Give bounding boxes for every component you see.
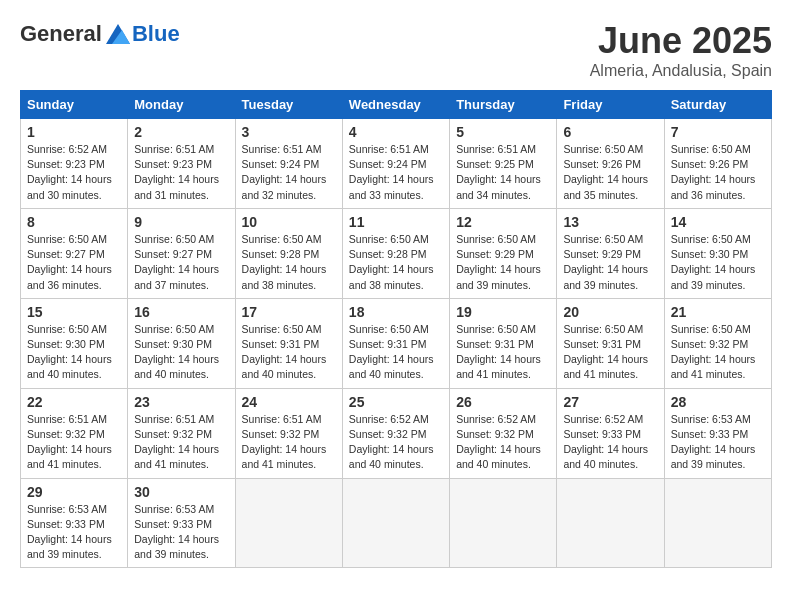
week-row-3: 15Sunrise: 6:50 AMSunset: 9:30 PMDayligh… [21,298,772,388]
week-row-4: 22Sunrise: 6:51 AMSunset: 9:32 PMDayligh… [21,388,772,478]
day-info: Sunrise: 6:50 AMSunset: 9:28 PMDaylight:… [242,232,336,293]
day-number: 6 [563,124,657,140]
calendar-cell: 24Sunrise: 6:51 AMSunset: 9:32 PMDayligh… [235,388,342,478]
day-number: 29 [27,484,121,500]
day-info: Sunrise: 6:51 AMSunset: 9:24 PMDaylight:… [242,142,336,203]
day-number: 28 [671,394,765,410]
day-number: 15 [27,304,121,320]
day-number: 25 [349,394,443,410]
day-info: Sunrise: 6:52 AMSunset: 9:32 PMDaylight:… [456,412,550,473]
logo: General Blue [20,20,180,48]
day-number: 20 [563,304,657,320]
calendar-cell: 15Sunrise: 6:50 AMSunset: 9:30 PMDayligh… [21,298,128,388]
calendar-cell: 9Sunrise: 6:50 AMSunset: 9:27 PMDaylight… [128,208,235,298]
day-info: Sunrise: 6:50 AMSunset: 9:26 PMDaylight:… [563,142,657,203]
calendar-cell: 23Sunrise: 6:51 AMSunset: 9:32 PMDayligh… [128,388,235,478]
day-number: 24 [242,394,336,410]
day-info: Sunrise: 6:50 AMSunset: 9:26 PMDaylight:… [671,142,765,203]
day-number: 10 [242,214,336,230]
day-number: 22 [27,394,121,410]
calendar-cell: 28Sunrise: 6:53 AMSunset: 9:33 PMDayligh… [664,388,771,478]
week-row-1: 1Sunrise: 6:52 AMSunset: 9:23 PMDaylight… [21,119,772,209]
weekday-header-row: SundayMondayTuesdayWednesdayThursdayFrid… [21,91,772,119]
calendar-cell: 30Sunrise: 6:53 AMSunset: 9:33 PMDayligh… [128,478,235,568]
calendar-cell: 14Sunrise: 6:50 AMSunset: 9:30 PMDayligh… [664,208,771,298]
weekday-header-saturday: Saturday [664,91,771,119]
calendar-cell: 3Sunrise: 6:51 AMSunset: 9:24 PMDaylight… [235,119,342,209]
day-number: 11 [349,214,443,230]
calendar-cell: 12Sunrise: 6:50 AMSunset: 9:29 PMDayligh… [450,208,557,298]
day-info: Sunrise: 6:53 AMSunset: 9:33 PMDaylight:… [134,502,228,563]
day-info: Sunrise: 6:50 AMSunset: 9:32 PMDaylight:… [671,322,765,383]
calendar-cell: 6Sunrise: 6:50 AMSunset: 9:26 PMDaylight… [557,119,664,209]
day-info: Sunrise: 6:51 AMSunset: 9:23 PMDaylight:… [134,142,228,203]
weekday-header-sunday: Sunday [21,91,128,119]
logo-blue: Blue [132,21,180,47]
day-number: 16 [134,304,228,320]
day-number: 8 [27,214,121,230]
calendar-cell: 13Sunrise: 6:50 AMSunset: 9:29 PMDayligh… [557,208,664,298]
page-header: General Blue June 2025 Almeria, Andalusi… [20,20,772,80]
day-number: 14 [671,214,765,230]
day-number: 7 [671,124,765,140]
day-info: Sunrise: 6:50 AMSunset: 9:31 PMDaylight:… [456,322,550,383]
day-info: Sunrise: 6:50 AMSunset: 9:30 PMDaylight:… [134,322,228,383]
day-info: Sunrise: 6:53 AMSunset: 9:33 PMDaylight:… [671,412,765,473]
day-info: Sunrise: 6:52 AMSunset: 9:23 PMDaylight:… [27,142,121,203]
calendar-cell: 27Sunrise: 6:52 AMSunset: 9:33 PMDayligh… [557,388,664,478]
day-number: 18 [349,304,443,320]
day-info: Sunrise: 6:50 AMSunset: 9:29 PMDaylight:… [563,232,657,293]
calendar-cell: 19Sunrise: 6:50 AMSunset: 9:31 PMDayligh… [450,298,557,388]
calendar-cell: 25Sunrise: 6:52 AMSunset: 9:32 PMDayligh… [342,388,449,478]
calendar-cell: 26Sunrise: 6:52 AMSunset: 9:32 PMDayligh… [450,388,557,478]
day-info: Sunrise: 6:53 AMSunset: 9:33 PMDaylight:… [27,502,121,563]
calendar-cell: 2Sunrise: 6:51 AMSunset: 9:23 PMDaylight… [128,119,235,209]
day-info: Sunrise: 6:51 AMSunset: 9:24 PMDaylight:… [349,142,443,203]
day-info: Sunrise: 6:51 AMSunset: 9:32 PMDaylight:… [242,412,336,473]
day-number: 19 [456,304,550,320]
calendar-cell: 16Sunrise: 6:50 AMSunset: 9:30 PMDayligh… [128,298,235,388]
calendar-cell: 1Sunrise: 6:52 AMSunset: 9:23 PMDaylight… [21,119,128,209]
week-row-2: 8Sunrise: 6:50 AMSunset: 9:27 PMDaylight… [21,208,772,298]
day-number: 3 [242,124,336,140]
calendar-cell [557,478,664,568]
weekday-header-tuesday: Tuesday [235,91,342,119]
calendar-cell [235,478,342,568]
day-info: Sunrise: 6:50 AMSunset: 9:28 PMDaylight:… [349,232,443,293]
day-info: Sunrise: 6:50 AMSunset: 9:29 PMDaylight:… [456,232,550,293]
calendar-cell [342,478,449,568]
calendar-cell: 22Sunrise: 6:51 AMSunset: 9:32 PMDayligh… [21,388,128,478]
weekday-header-friday: Friday [557,91,664,119]
calendar-cell: 8Sunrise: 6:50 AMSunset: 9:27 PMDaylight… [21,208,128,298]
day-info: Sunrise: 6:50 AMSunset: 9:31 PMDaylight:… [563,322,657,383]
calendar-cell [450,478,557,568]
day-info: Sunrise: 6:51 AMSunset: 9:32 PMDaylight:… [134,412,228,473]
calendar-cell: 4Sunrise: 6:51 AMSunset: 9:24 PMDaylight… [342,119,449,209]
day-number: 27 [563,394,657,410]
day-number: 23 [134,394,228,410]
logo-icon [104,20,132,48]
calendar-cell: 29Sunrise: 6:53 AMSunset: 9:33 PMDayligh… [21,478,128,568]
logo-general: General [20,21,102,47]
day-number: 30 [134,484,228,500]
day-info: Sunrise: 6:51 AMSunset: 9:25 PMDaylight:… [456,142,550,203]
day-number: 17 [242,304,336,320]
day-number: 2 [134,124,228,140]
weekday-header-wednesday: Wednesday [342,91,449,119]
calendar-cell: 21Sunrise: 6:50 AMSunset: 9:32 PMDayligh… [664,298,771,388]
calendar-cell: 5Sunrise: 6:51 AMSunset: 9:25 PMDaylight… [450,119,557,209]
day-info: Sunrise: 6:50 AMSunset: 9:27 PMDaylight:… [134,232,228,293]
day-info: Sunrise: 6:50 AMSunset: 9:31 PMDaylight:… [242,322,336,383]
calendar-cell: 11Sunrise: 6:50 AMSunset: 9:28 PMDayligh… [342,208,449,298]
day-number: 5 [456,124,550,140]
calendar-cell: 18Sunrise: 6:50 AMSunset: 9:31 PMDayligh… [342,298,449,388]
day-info: Sunrise: 6:52 AMSunset: 9:32 PMDaylight:… [349,412,443,473]
day-number: 13 [563,214,657,230]
day-info: Sunrise: 6:50 AMSunset: 9:31 PMDaylight:… [349,322,443,383]
calendar-cell [664,478,771,568]
day-number: 26 [456,394,550,410]
weekday-header-thursday: Thursday [450,91,557,119]
title-area: June 2025 Almeria, Andalusia, Spain [590,20,772,80]
calendar-cell: 10Sunrise: 6:50 AMSunset: 9:28 PMDayligh… [235,208,342,298]
calendar-cell: 20Sunrise: 6:50 AMSunset: 9:31 PMDayligh… [557,298,664,388]
